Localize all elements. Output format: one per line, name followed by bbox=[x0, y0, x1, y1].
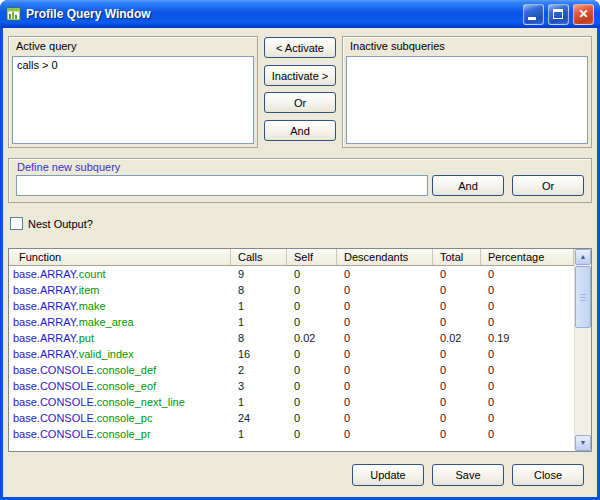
scroll-down-icon: ▼ bbox=[576, 436, 590, 450]
window-title: Profile Query Window bbox=[26, 7, 519, 21]
self-cell: 0 bbox=[287, 282, 337, 298]
function-cluster: base. bbox=[13, 380, 40, 392]
function-cluster: base. bbox=[13, 300, 40, 312]
function-class: ARRAY. bbox=[40, 284, 79, 296]
function-cluster: base. bbox=[13, 348, 40, 360]
close-icon: ✕ bbox=[574, 5, 593, 24]
table-row[interactable]: base.CONSOLE.console_next_line 1 0 0 0 0 bbox=[9, 394, 574, 410]
activate-button[interactable]: < Activate bbox=[264, 37, 336, 58]
update-button[interactable]: Update bbox=[352, 464, 424, 486]
function-class: CONSOLE. bbox=[40, 364, 97, 376]
total-cell: 0 bbox=[433, 394, 481, 410]
self-cell: 0 bbox=[287, 426, 337, 442]
function-feature: make_area bbox=[79, 316, 134, 328]
descendants-cell: 0 bbox=[337, 314, 433, 330]
active-query-label: Active query bbox=[9, 37, 257, 55]
total-cell: 0 bbox=[433, 282, 481, 298]
descendants-cell: 0 bbox=[337, 378, 433, 394]
app-icon bbox=[6, 6, 22, 22]
function-cluster: base. bbox=[13, 412, 40, 424]
self-cell: 0 bbox=[287, 378, 337, 394]
table-row[interactable]: base.ARRAY.item 8 0 0 0 0 bbox=[9, 282, 574, 298]
self-cell: 0 bbox=[287, 314, 337, 330]
vertical-scrollbar[interactable]: ▲ ▼ bbox=[574, 249, 591, 451]
self-cell: 0 bbox=[287, 346, 337, 362]
inactivate-button[interactable]: Inactivate > bbox=[264, 65, 336, 86]
table-row[interactable]: base.ARRAY.count 9 0 0 0 0 bbox=[9, 266, 574, 282]
table-row[interactable]: base.ARRAY.put 8 0.02 0 0.02 0.19 bbox=[9, 330, 574, 346]
nest-output-checkbox[interactable] bbox=[10, 217, 23, 230]
close-dialog-button[interactable]: Close bbox=[512, 464, 584, 486]
table-row[interactable]: base.ARRAY.valid_index 16 0 0 0 0 bbox=[9, 346, 574, 362]
calls-cell: 8 bbox=[231, 330, 287, 346]
calls-cell: 1 bbox=[231, 426, 287, 442]
inactive-subqueries-list[interactable] bbox=[346, 56, 588, 144]
or-button[interactable]: Or bbox=[512, 175, 584, 196]
close-button[interactable]: ✕ bbox=[573, 4, 594, 25]
calls-cell: 24 bbox=[231, 410, 287, 426]
active-query-list[interactable]: calls > 0 bbox=[12, 56, 254, 144]
calls-cell: 2 bbox=[231, 362, 287, 378]
function-feature: valid_index bbox=[79, 348, 134, 360]
maximize-button[interactable] bbox=[548, 4, 569, 25]
calls-cell: 8 bbox=[231, 282, 287, 298]
column-header-percentage[interactable]: Percentage bbox=[481, 249, 574, 265]
function-cluster: base. bbox=[13, 332, 40, 344]
function-cell: base.ARRAY.count bbox=[9, 266, 231, 282]
scroll-up-button[interactable]: ▲ bbox=[575, 249, 591, 265]
nest-output-label: Nest Output? bbox=[28, 218, 93, 230]
descendants-cell: 0 bbox=[337, 298, 433, 314]
scroll-down-button[interactable]: ▼ bbox=[575, 435, 591, 451]
function-cell: base.ARRAY.valid_index bbox=[9, 346, 231, 362]
function-table: FunctionCallsSelfDescendantsTotalPercent… bbox=[8, 248, 592, 452]
function-cell: base.ARRAY.put bbox=[9, 330, 231, 346]
function-cluster: base. bbox=[13, 268, 40, 280]
function-cell: base.CONSOLE.console_def bbox=[9, 362, 231, 378]
save-button[interactable]: Save bbox=[432, 464, 504, 486]
subquery-input[interactable] bbox=[16, 175, 428, 196]
percentage-cell: 0 bbox=[481, 346, 574, 362]
total-cell: 0 bbox=[433, 410, 481, 426]
function-cluster: base. bbox=[13, 396, 40, 408]
and-transfer-button[interactable]: And bbox=[264, 120, 336, 141]
calls-cell: 3 bbox=[231, 378, 287, 394]
function-cell: base.ARRAY.make bbox=[9, 298, 231, 314]
function-feature: console_pc bbox=[97, 412, 153, 424]
total-cell: 0 bbox=[433, 346, 481, 362]
column-header-descendants[interactable]: Descendants bbox=[337, 249, 433, 265]
table-row[interactable]: base.CONSOLE.console_eof 3 0 0 0 0 bbox=[9, 378, 574, 394]
table-header: FunctionCallsSelfDescendantsTotalPercent… bbox=[9, 249, 574, 266]
table-row[interactable]: base.CONSOLE.console_def 2 0 0 0 0 bbox=[9, 362, 574, 378]
self-cell: 0.02 bbox=[287, 330, 337, 346]
scrollbar-thumb[interactable] bbox=[575, 266, 591, 328]
function-cluster: base. bbox=[13, 428, 40, 440]
column-header-self[interactable]: Self bbox=[287, 249, 337, 265]
function-cell: base.CONSOLE.console_pc bbox=[9, 410, 231, 426]
table-row[interactable]: base.ARRAY.make_area 1 0 0 0 0 bbox=[9, 314, 574, 330]
active-query-item[interactable]: calls > 0 bbox=[13, 57, 253, 74]
function-feature: console_next_line bbox=[97, 396, 185, 408]
function-cell: base.CONSOLE.console_next_line bbox=[9, 394, 231, 410]
titlebar[interactable]: Profile Query Window ✕ bbox=[0, 0, 600, 28]
function-cell: base.ARRAY.make_area bbox=[9, 314, 231, 330]
percentage-cell: 0 bbox=[481, 426, 574, 442]
or-transfer-button[interactable]: Or bbox=[264, 92, 336, 113]
function-cell: base.ARRAY.item bbox=[9, 282, 231, 298]
descendants-cell: 0 bbox=[337, 266, 433, 282]
function-class: CONSOLE. bbox=[40, 428, 97, 440]
function-feature: console_pr bbox=[97, 428, 151, 440]
table-row[interactable]: base.CONSOLE.console_pr 1 0 0 0 0 bbox=[9, 426, 574, 442]
column-header-total[interactable]: Total bbox=[433, 249, 481, 265]
percentage-cell: 0 bbox=[481, 410, 574, 426]
and-button[interactable]: And bbox=[432, 175, 504, 196]
column-header-calls[interactable]: Calls bbox=[231, 249, 287, 265]
descendants-cell: 0 bbox=[337, 426, 433, 442]
table-row[interactable]: base.ARRAY.make 1 0 0 0 0 bbox=[9, 298, 574, 314]
calls-cell: 9 bbox=[231, 266, 287, 282]
percentage-cell: 0 bbox=[481, 266, 574, 282]
minimize-button[interactable] bbox=[523, 4, 544, 25]
total-cell: 0 bbox=[433, 378, 481, 394]
table-row[interactable]: base.CONSOLE.console_pc 24 0 0 0 0 bbox=[9, 410, 574, 426]
total-cell: 0 bbox=[433, 314, 481, 330]
column-header-function[interactable]: Function bbox=[9, 249, 231, 265]
